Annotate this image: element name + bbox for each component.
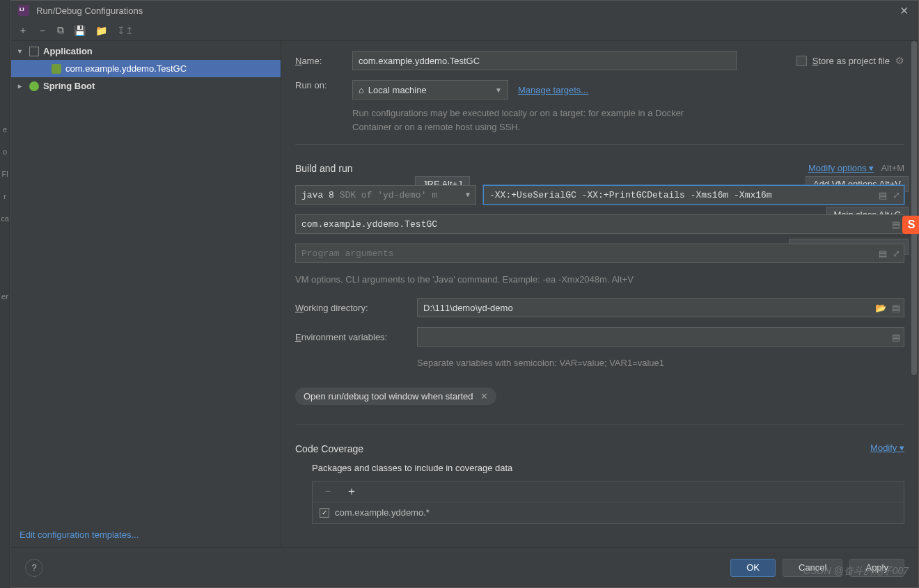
dialog-buttons: ? OK Cancel Apply (11, 547, 918, 587)
program-args-input[interactable] (295, 244, 904, 263)
run-on-label: Run on: (295, 80, 338, 90)
app-logo-icon (18, 5, 29, 16)
expand-icon[interactable]: ⤢ (893, 190, 900, 200)
working-dir-label: Working directory: (295, 303, 403, 313)
coverage-remove-icon[interactable]: － (322, 484, 333, 499)
folder-icon[interactable]: 📁 (95, 25, 107, 36)
env-hint: Separate variables with semicolon: VAR=v… (417, 356, 904, 370)
run-debug-config-dialog: Run/Debug Configurations ✕ ＋ － ⧉ 💾 📁 ↧↥ … (10, 0, 919, 588)
ok-button[interactable]: OK (730, 559, 776, 577)
edit-templates-link[interactable]: Edit configuration templates... (19, 530, 139, 540)
titlebar: Run/Debug Configurations ✕ (11, 1, 918, 20)
browse-folder-icon[interactable]: 📂 (875, 303, 886, 313)
coverage-packages-label: Packages and classes to include in cover… (312, 461, 904, 475)
config-form: Name: Store as project file ⚙ Run on: ⌂ … (281, 41, 918, 547)
copy-icon[interactable]: ⧉ (57, 24, 64, 36)
store-label: Store as project file (812, 56, 890, 66)
coverage-item[interactable]: ✓ com.example.yddemo.* (313, 502, 904, 523)
list-icon[interactable]: ▤ (892, 332, 900, 342)
gear-icon[interactable]: ⚙ (895, 55, 904, 66)
name-label: Name: (295, 56, 338, 66)
open-tool-window-tag[interactable]: Open run/debug tool window when started … (295, 388, 496, 405)
build-and-run-title: Build and run (295, 163, 353, 174)
modify-options-link[interactable]: Modify options ▾ (808, 163, 874, 173)
run-on-value: Local machine (368, 85, 427, 95)
run-on-hint: Run configurations may be executed local… (352, 106, 714, 134)
tree-node-springboot[interactable]: ▸ Spring Boot (11, 77, 281, 95)
coverage-item-checkbox[interactable]: ✓ (320, 508, 329, 518)
sort-icon[interactable]: ↧↥ (117, 25, 134, 36)
remove-icon[interactable]: － (38, 24, 47, 37)
close-icon[interactable]: ✕ (897, 4, 911, 17)
name-input[interactable] (352, 51, 737, 70)
form-scrollbar[interactable] (910, 41, 918, 547)
tree-node-application[interactable]: ▾ Application (11, 42, 281, 60)
save-icon[interactable]: 💾 (74, 25, 86, 36)
tree-label: Spring Boot (43, 81, 95, 91)
list-icon[interactable]: ▤ (879, 248, 887, 259)
run-on-combo[interactable]: ⌂ Local machine ▼ (352, 80, 508, 100)
run-config-icon (52, 64, 61, 74)
main-class-input[interactable] (295, 214, 904, 234)
help-button[interactable]: ? (25, 559, 43, 577)
vm-options-hint: VM options. CLI arguments to the 'Java' … (295, 273, 904, 287)
dialog-title: Run/Debug Configurations (36, 6, 143, 16)
config-toolbar: ＋ － ⧉ 💾 📁 ↧↥ (11, 20, 918, 41)
tree-label: Application (43, 46, 93, 56)
remove-tag-icon[interactable]: ✕ (480, 391, 488, 402)
coverage-list: － ＋ ✓ com.example.yddemo.* (312, 481, 904, 524)
manage-targets-link[interactable]: Manage targets... (518, 85, 588, 95)
home-icon: ⌂ (359, 85, 364, 95)
list-icon[interactable]: ▤ (892, 303, 900, 313)
coverage-modify-link[interactable]: Modify ▾ (870, 443, 904, 453)
expand-icon[interactable]: ⤢ (893, 248, 900, 259)
working-dir-input[interactable] (417, 298, 904, 317)
tree-label: com.example.yddemo.TestGC (65, 63, 187, 74)
env-label: Environment variables: (295, 332, 403, 342)
tree-node-selected-config[interactable]: com.example.yddemo.TestGC (11, 60, 281, 77)
springboot-icon (29, 81, 39, 91)
modify-options-shortcut: Alt+M (881, 163, 904, 173)
store-as-project-file-checkbox[interactable] (796, 56, 807, 66)
coverage-add-icon[interactable]: ＋ (346, 484, 357, 499)
list-icon[interactable]: ▤ (892, 219, 900, 230)
code-coverage-title: Code Coverage (295, 443, 363, 454)
env-input[interactable] (417, 327, 904, 347)
jdk-combo[interactable]: java 8 SDK of 'yd-demo' m ▼ (295, 185, 476, 205)
application-icon (29, 47, 39, 56)
vm-options-input[interactable] (483, 185, 904, 205)
config-tree: ▾ Application com.example.yddemo.TestGC … (11, 41, 281, 547)
sogou-ime-icon: S (902, 216, 919, 234)
add-icon[interactable]: ＋ (18, 24, 28, 37)
history-icon[interactable]: ▤ (879, 190, 887, 200)
watermark: CSDN @奋斗的袍子007 (803, 565, 909, 578)
ide-left-gutter: eoFlrcaer (0, 0, 10, 588)
